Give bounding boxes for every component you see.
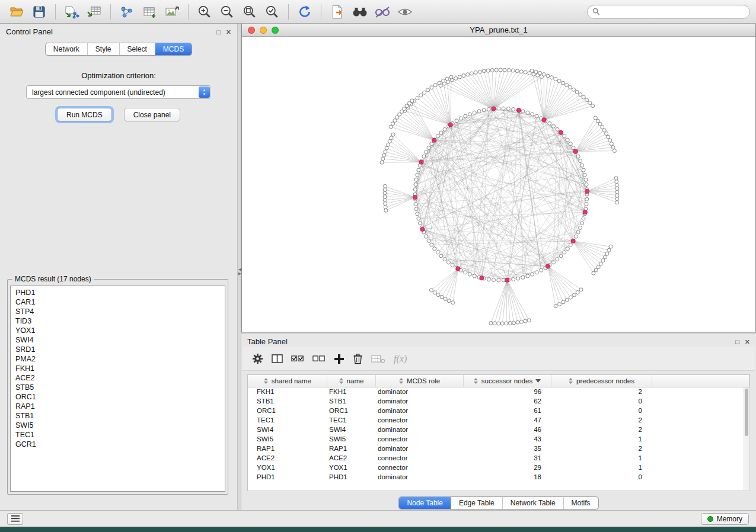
cell-mcds-role[interactable]: connector [375, 453, 463, 463]
cell-successor-nodes[interactable]: 62 [463, 396, 551, 406]
search-input[interactable] [603, 8, 745, 16]
network-window-titlebar[interactable]: YPA_prune.txt_1 [242, 24, 755, 37]
maximize-window-icon[interactable] [272, 27, 279, 34]
cell-predecessor-nodes[interactable]: 2 [551, 415, 652, 425]
cell-successor-nodes[interactable]: 96 [463, 387, 551, 396]
refresh-button[interactable] [294, 3, 315, 21]
mcds-result-item[interactable]: ORC1 [11, 392, 225, 402]
show-button[interactable] [394, 3, 416, 21]
mcds-result-item[interactable]: TID3 [11, 316, 225, 326]
new-table-button[interactable] [139, 3, 160, 21]
cell-successor-nodes[interactable]: 43 [463, 434, 551, 444]
node-table[interactable]: shared namenameMCDS rolesuccessor nodesp… [247, 374, 750, 491]
table-row[interactable]: RAP1RAP1dominator352 [248, 444, 749, 453]
cell-predecessor-nodes[interactable]: 0 [551, 406, 652, 415]
cell-shared-name[interactable]: SWI4 [248, 425, 327, 434]
cell-name[interactable]: TEC1 [327, 415, 375, 425]
mcds-result-item[interactable]: SWI4 [11, 335, 225, 345]
cell-name[interactable]: ORC1 [327, 406, 375, 415]
mcds-result-item[interactable]: YOX1 [11, 326, 225, 335]
zoom-selected-button[interactable] [261, 3, 283, 21]
minimize-window-icon[interactable] [260, 27, 267, 34]
table-row[interactable]: YOX1YOX1connector291 [248, 463, 749, 472]
show-columns-button[interactable] [272, 354, 283, 364]
mcds-result-item[interactable]: TEC1 [11, 430, 225, 440]
select-all-button[interactable] [291, 354, 304, 364]
table-scrollbar-thumb[interactable] [745, 389, 748, 436]
cell-name[interactable]: RAP1 [327, 444, 375, 453]
mcds-result-list[interactable]: PHD1CAR1STP4TID3YOX1SWI4SRD1PMA2FKH1ACE2… [10, 286, 225, 492]
mcds-result-item[interactable]: GCR1 [11, 440, 225, 449]
table-row[interactable]: ACE2ACE2connector311 [248, 453, 749, 463]
float-panel-icon[interactable]: □ [735, 338, 739, 345]
cell-shared-name[interactable]: TEC1 [248, 415, 327, 425]
export-network-button[interactable] [327, 3, 348, 21]
cell-mcds-role[interactable]: dominator [375, 444, 463, 453]
column-header-predecessor-nodes[interactable]: predecessor nodes [551, 375, 652, 387]
cell-name[interactable]: SWI4 [327, 425, 375, 434]
mcds-result-item[interactable]: SWI5 [11, 421, 225, 430]
table-row[interactable]: PHD1PHD1dominator180 [248, 472, 749, 482]
mcds-result-item[interactable]: ACE2 [11, 373, 225, 383]
column-header-shared-name[interactable]: shared name [248, 375, 327, 387]
cell-name[interactable]: STB1 [327, 396, 375, 406]
cell-successor-nodes[interactable]: 31 [463, 453, 551, 463]
network-graph[interactable] [242, 37, 755, 331]
cell-shared-name[interactable]: FKH1 [248, 387, 327, 396]
cell-predecessor-nodes[interactable]: 2 [551, 444, 652, 453]
memory-button[interactable]: Memory [701, 513, 749, 525]
close-window-icon[interactable] [248, 27, 255, 34]
cell-shared-name[interactable]: ACE2 [248, 453, 327, 463]
cell-successor-nodes[interactable]: 47 [463, 415, 551, 425]
mcds-result-item[interactable]: STB5 [11, 383, 225, 392]
tab-motifs[interactable]: Motifs [563, 497, 598, 509]
cell-successor-nodes[interactable]: 18 [463, 472, 551, 482]
cell-shared-name[interactable]: ORC1 [248, 406, 327, 415]
tab-select[interactable]: Select [119, 43, 155, 55]
cell-shared-name[interactable]: RAP1 [248, 444, 327, 453]
tab-edge-table[interactable]: Edge Table [451, 497, 502, 509]
tab-style[interactable]: Style [87, 43, 119, 55]
export-image-button[interactable] [161, 3, 183, 21]
table-row[interactable]: ORC1ORC1dominator610 [248, 406, 749, 415]
cell-mcds-role[interactable]: dominator [375, 387, 463, 396]
cell-successor-nodes[interactable]: 35 [463, 444, 551, 453]
vertical-splitter[interactable]: ◀▶ [237, 24, 241, 510]
cell-mcds-role[interactable]: dominator [375, 396, 463, 406]
zoom-fit-button[interactable] [239, 3, 260, 21]
close-panel-icon[interactable]: ✕ [745, 338, 750, 345]
cell-mcds-role[interactable]: dominator [375, 425, 463, 434]
cell-name[interactable]: FKH1 [327, 387, 375, 396]
status-menu-button[interactable] [7, 513, 23, 525]
close-panel-button[interactable]: Close panel [124, 108, 180, 121]
run-mcds-button[interactable]: Run MCDS [57, 108, 112, 121]
hide-button[interactable] [372, 3, 393, 21]
cell-shared-name[interactable]: PHD1 [248, 472, 327, 482]
add-column-button[interactable] [334, 354, 344, 364]
tab-mcds[interactable]: MCDS [155, 43, 192, 55]
splitter-handle-icon[interactable]: ◀▶ [238, 267, 242, 275]
cell-name[interactable]: YOX1 [327, 463, 375, 472]
mcds-result-item[interactable]: PMA2 [11, 354, 225, 364]
save-button[interactable] [28, 3, 50, 21]
cell-mcds-role[interactable]: connector [375, 434, 463, 444]
tab-network[interactable]: Network [46, 43, 87, 55]
cell-predecessor-nodes[interactable]: 1 [551, 434, 652, 444]
table-row[interactable]: TEC1TEC1connector472 [248, 415, 749, 425]
tab-node-table[interactable]: Node Table [399, 497, 451, 509]
table-row[interactable]: FKH1FKH1dominator962 [248, 387, 749, 396]
find-button[interactable] [349, 3, 371, 21]
cell-name[interactable]: PHD1 [327, 472, 375, 482]
column-header-successor-nodes[interactable]: successor nodes [463, 375, 551, 387]
zoom-out-button[interactable] [216, 3, 238, 21]
cell-predecessor-nodes[interactable]: 2 [551, 387, 652, 396]
cell-shared-name[interactable]: SWI5 [248, 434, 327, 444]
network-canvas[interactable] [242, 37, 755, 332]
cell-shared-name[interactable]: YOX1 [248, 463, 327, 472]
mcds-result-item[interactable]: STP4 [11, 307, 225, 316]
delete-column-button[interactable] [353, 353, 363, 364]
cell-predecessor-nodes[interactable]: 2 [551, 425, 652, 434]
table-row[interactable]: SWI4SWI4dominator462 [248, 425, 749, 434]
table-row[interactable]: SWI5SWI5connector431 [248, 434, 749, 444]
delete-table-button[interactable] [371, 354, 385, 364]
